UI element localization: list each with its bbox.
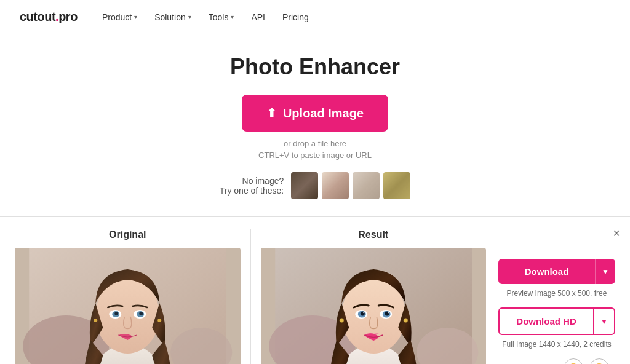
sample-label: No image? Try one of these: xyxy=(220,176,284,196)
upload-button[interactable]: ⬆ Upload Image xyxy=(242,95,388,132)
download-hd-btn-row: Download HD ▼ xyxy=(498,307,615,335)
sample-thumb-4[interactable] xyxy=(383,172,410,199)
comparison-section: Original xyxy=(0,216,630,364)
sample-thumb-2[interactable] xyxy=(322,172,349,199)
nav-item-api[interactable]: API xyxy=(251,12,265,22)
original-image xyxy=(15,248,241,364)
chevron-down-icon: ▾ xyxy=(231,14,234,20)
comparison-original: Original xyxy=(15,229,241,364)
logo-dot: . xyxy=(55,10,58,23)
logo[interactable]: cutout.pro xyxy=(20,10,78,24)
sample-thumb-3[interactable] xyxy=(353,172,380,199)
svg-point-24 xyxy=(363,312,364,313)
nav-item-tools[interactable]: Tools ▾ xyxy=(209,12,234,22)
header: cutout.pro Product ▾ Solution ▾ Tools ▾ … xyxy=(0,0,630,34)
download-hd-button[interactable]: Download HD xyxy=(498,307,594,335)
download-preview-info: Preview Image 500 x 500, free xyxy=(498,289,615,298)
chevron-down-icon: ▾ xyxy=(134,14,137,20)
nav-item-solution[interactable]: Solution ▾ xyxy=(154,12,191,22)
result-image xyxy=(261,248,487,364)
main-content: Photo Enhancer ⬆ Upload Image or drop a … xyxy=(0,34,630,199)
upload-hint2: CTRL+V to paste image or URL xyxy=(0,151,630,160)
rate-sad-button[interactable]: 😞 xyxy=(589,358,609,364)
original-label: Original xyxy=(15,229,241,240)
svg-point-9 xyxy=(114,312,118,315)
nav: Product ▾ Solution ▾ Tools ▾ API Pricing xyxy=(102,12,309,22)
download-panel: Download ▼ Preview Image 500 x 500, free… xyxy=(486,229,615,364)
result-label: Result xyxy=(261,229,487,240)
svg-point-26 xyxy=(339,318,343,323)
download-dropdown-button[interactable]: ▼ xyxy=(595,259,615,284)
rate-row: Rate this result 😊 😞 xyxy=(498,358,615,364)
svg-point-25 xyxy=(388,312,389,313)
nav-item-product[interactable]: Product ▾ xyxy=(102,12,137,22)
upload-hint1: or drop a file here xyxy=(0,139,630,148)
nav-item-pricing[interactable]: Pricing xyxy=(282,12,309,22)
chevron-down-icon: ▼ xyxy=(602,267,609,276)
upload-icon: ⬆ xyxy=(266,106,277,121)
download-btn-row: Download ▼ xyxy=(498,259,615,284)
sample-thumb-1[interactable] xyxy=(291,172,318,199)
svg-point-27 xyxy=(403,318,407,323)
comparison-divider xyxy=(250,229,251,364)
comparison-result: Result xyxy=(261,229,487,364)
svg-point-11 xyxy=(94,318,97,322)
rate-happy-button[interactable]: 😊 xyxy=(564,358,583,364)
chevron-down-icon: ▾ xyxy=(188,14,191,20)
download-hd-info: Full Image 1440 x 1440, 2 credits xyxy=(498,340,615,349)
sample-row: No image? Try one of these: xyxy=(0,172,630,199)
download-button[interactable]: Download xyxy=(498,259,595,284)
sample-thumbs xyxy=(291,172,410,199)
original-photo-svg xyxy=(15,248,241,364)
chevron-down-icon: ▼ xyxy=(600,317,608,326)
result-photo-svg xyxy=(261,248,487,364)
svg-point-12 xyxy=(158,318,161,322)
svg-point-10 xyxy=(139,312,143,315)
close-button[interactable]: × xyxy=(613,227,620,239)
page-title: Photo Enhancer xyxy=(0,54,630,80)
download-hd-dropdown-button[interactable]: ▼ xyxy=(594,307,615,335)
